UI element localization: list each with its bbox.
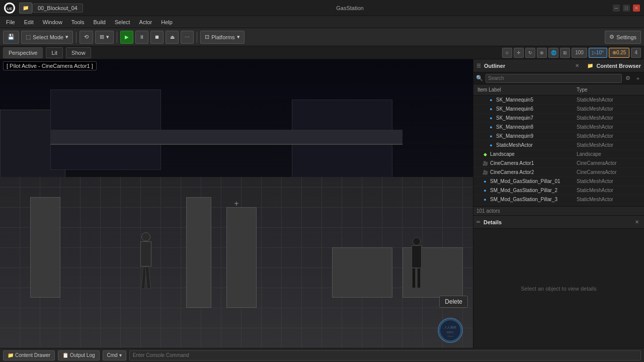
main-content: + [ Pilot Active - CineCamera Actor1 ] D… (0, 59, 644, 348)
platforms-arrow: ▾ (237, 34, 240, 40)
outliner-item[interactable]: ● SK_Mannequin5 StaticMeshActor (473, 96, 644, 105)
svg-text:RRCC: RRCC (447, 331, 454, 334)
platforms-dropdown[interactable]: ⊡ Platforms ▾ (200, 31, 244, 44)
item-icon: ● (488, 106, 495, 113)
outliner-item[interactable]: ● SK_Mannequin9 StaticMeshActor (473, 132, 644, 141)
item-icon: ● (488, 124, 495, 131)
svg-text:Udemy: Udemy (447, 335, 453, 337)
cmd-arrow: ▾ (119, 352, 122, 358)
menu-select[interactable]: Select (111, 18, 134, 26)
ue-logo: UE (4, 3, 15, 14)
outliner-item[interactable]: ◆ Landscape Landscape (473, 150, 644, 159)
sep-1 (76, 32, 76, 43)
tab-show[interactable]: Show (66, 47, 91, 58)
window-controls: ─ □ ✕ (613, 5, 640, 12)
close-btn[interactable]: ✕ (633, 5, 640, 12)
menu-edit[interactable]: Edit (20, 18, 38, 26)
vp-scale-icon[interactable]: ⊕ (537, 48, 547, 58)
project-name: 00_Blockout_04 (32, 4, 83, 13)
skip-btn[interactable]: ⏹ (150, 31, 164, 44)
viewport-canvas: + [ Pilot Active - CineCamera Actor1 ] D… (0, 59, 473, 348)
tab-perspective[interactable]: Perspective (3, 47, 43, 58)
vp-stat-scale: 4 (631, 48, 641, 58)
item-icon: ◆ (481, 151, 489, 158)
outliner-item[interactable]: ● StaticMeshActor StaticMeshActor (473, 141, 644, 150)
outliner-icon: ☰ (476, 63, 481, 68)
outliner-item[interactable]: ● SM_Mod_GasStation_Pillar_2 StaticMeshA… (473, 186, 644, 195)
settings-icon: ⚙ (609, 34, 614, 40)
details-icon: ✏ (476, 219, 480, 225)
vp-select-icon[interactable]: ⊹ (502, 48, 512, 58)
outliner-columns: Item Label Type (473, 84, 644, 96)
outliner-search-bar: 🔍 ⚙ + (473, 72, 644, 84)
eject-btn[interactable]: ⏏ (166, 31, 179, 44)
svg-point-2 (440, 320, 461, 341)
tab-lit[interactable]: Lit (46, 47, 63, 58)
outliner-item[interactable]: 🎥 CineCamera Actor2 CineCameraActor (473, 168, 644, 177)
play-icon: ▶ (125, 34, 129, 40)
menubar: File Edit Window Tools Build Select Acto… (0, 16, 644, 28)
right-panel: ☰ Outliner ✕ 📁 Content Browser 🔍 ⚙ + Ite… (473, 59, 644, 348)
content-drawer-btn[interactable]: 📁 Content Drawer (3, 350, 55, 360)
pillar-center (226, 207, 257, 308)
canopy (50, 130, 403, 145)
vp-world-icon[interactable]: 🌐 (548, 48, 558, 58)
minimize-btn[interactable]: ─ (613, 5, 620, 12)
cursor-icon: ⬚ (26, 34, 31, 40)
outliner-close[interactable]: ✕ (573, 62, 581, 70)
vp-move-icon[interactable]: ✛ (514, 48, 524, 58)
content-browser-title: Content Browser (596, 63, 641, 69)
delete-badge[interactable]: Delete (439, 296, 468, 308)
output-log-btn[interactable]: 📋 Output Log (58, 350, 99, 360)
menu-file[interactable]: File (2, 18, 19, 26)
console-command-input[interactable] (129, 350, 641, 360)
sep-3 (197, 32, 197, 43)
svg-text:人人素材: 人人素材 (444, 326, 456, 329)
item-icon: ● (481, 196, 489, 203)
dots-btn[interactable]: ⋯ (181, 31, 194, 44)
outliner-item[interactable]: 🎥 CineCamera Actor1 CineCameraActor (473, 159, 644, 168)
maximize-btn[interactable]: □ (623, 5, 630, 12)
outliner-add-icon[interactable]: + (634, 74, 642, 82)
pillar-center-left (186, 197, 211, 308)
viewport[interactable]: + [ Pilot Active - CineCamera Actor1 ] D… (0, 59, 473, 348)
outliner-search-input[interactable] (486, 74, 622, 83)
mannequin-1 (136, 232, 156, 298)
outliner-list[interactable]: ● SK_Mannequin5 StaticMeshActor ● SK_Man… (473, 96, 644, 206)
item-icon: ● (481, 187, 489, 194)
vp-grid-icon[interactable]: ⊞ (560, 48, 570, 58)
cmd-dropdown-btn[interactable]: Cmd ▾ (103, 350, 126, 360)
logo-circle: 人人素材 RRCC Udemy (438, 318, 463, 343)
details-close[interactable]: ✕ (633, 218, 641, 226)
crosshair: + (232, 200, 240, 208)
outliner-item[interactable]: ● SM_Mod_GasStation_Pillar_3 StaticMeshA… (473, 195, 644, 204)
snap-btn[interactable]: ⊞ ▾ (95, 31, 114, 44)
details-title: Details (484, 219, 502, 225)
output-log-icon: 📋 (62, 352, 68, 358)
menu-actor[interactable]: Actor (135, 18, 156, 26)
play-btn[interactable]: ▶ (120, 31, 133, 44)
toolbar: 💾 ⬚ Select Mode ▾ ⟲ ⊞ ▾ ▶ ⏸ ⏹ ⏏ ⋯ ⊡ Plat… (0, 28, 644, 46)
vp-rotate-icon[interactable]: ↻ (525, 48, 535, 58)
settings-btn[interactable]: ⚙ Settings (605, 31, 641, 44)
select-mode-dropdown[interactable]: ⬚ Select Mode ▾ (21, 31, 73, 44)
outliner-item[interactable]: ● SK_Mannequin8 StaticMeshActor (473, 123, 644, 132)
outliner-item[interactable]: ● SK_Mannequin7 StaticMeshActor (473, 114, 644, 123)
actors-count: 101 actors (473, 206, 644, 215)
stop-btn[interactable]: ⏸ (135, 31, 148, 44)
menu-build[interactable]: Build (90, 18, 110, 26)
item-icon: ● (488, 142, 495, 149)
project-icon-btn[interactable]: 📁 (19, 3, 32, 14)
menu-window[interactable]: Window (39, 18, 66, 26)
menu-tools[interactable]: Tools (67, 18, 89, 26)
outliner-item[interactable]: ● SK_Mannequin6 StaticMeshActor (473, 105, 644, 114)
outliner-header: ☰ Outliner ✕ 📁 Content Browser (473, 59, 644, 72)
save-btn[interactable]: 💾 (3, 31, 19, 44)
menu-help[interactable]: Help (157, 18, 177, 26)
bottombar: 📁 Content Drawer 📋 Output Log Cmd ▾ (0, 348, 644, 362)
vp-stat-fps: 100 (572, 48, 587, 58)
outliner-item[interactable]: ● SM_Mod_GasStation_Pillar_01 StaticMesh… (473, 177, 644, 186)
counter-left (332, 247, 392, 298)
transform-btn[interactable]: ⟲ (79, 31, 93, 44)
outliner-settings-icon[interactable]: ⚙ (624, 74, 632, 82)
